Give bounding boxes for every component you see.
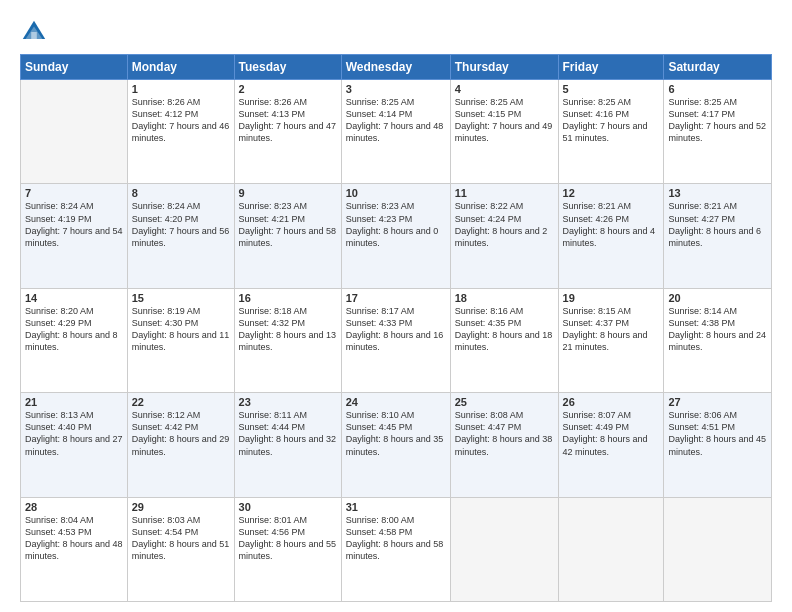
day-cell: [664, 497, 772, 601]
page: SundayMondayTuesdayWednesdayThursdayFrid…: [0, 0, 792, 612]
day-info: Sunrise: 8:12 AMSunset: 4:42 PMDaylight:…: [132, 409, 230, 458]
day-cell: 9Sunrise: 8:23 AMSunset: 4:21 PMDaylight…: [234, 184, 341, 288]
day-number: 30: [239, 501, 337, 513]
day-info: Sunrise: 8:17 AMSunset: 4:33 PMDaylight:…: [346, 305, 446, 354]
day-info: Sunrise: 8:25 AMSunset: 4:14 PMDaylight:…: [346, 96, 446, 145]
day-number: 24: [346, 396, 446, 408]
day-cell: 12Sunrise: 8:21 AMSunset: 4:26 PMDayligh…: [558, 184, 664, 288]
day-number: 21: [25, 396, 123, 408]
header-cell-wednesday: Wednesday: [341, 55, 450, 80]
header-row: SundayMondayTuesdayWednesdayThursdayFrid…: [21, 55, 772, 80]
day-number: 23: [239, 396, 337, 408]
day-number: 10: [346, 187, 446, 199]
day-number: 13: [668, 187, 767, 199]
day-cell: 20Sunrise: 8:14 AMSunset: 4:38 PMDayligh…: [664, 288, 772, 392]
header-cell-friday: Friday: [558, 55, 664, 80]
day-info: Sunrise: 8:01 AMSunset: 4:56 PMDaylight:…: [239, 514, 337, 563]
day-number: 15: [132, 292, 230, 304]
day-cell: 25Sunrise: 8:08 AMSunset: 4:47 PMDayligh…: [450, 393, 558, 497]
day-info: Sunrise: 8:14 AMSunset: 4:38 PMDaylight:…: [668, 305, 767, 354]
day-number: 28: [25, 501, 123, 513]
day-number: 25: [455, 396, 554, 408]
day-info: Sunrise: 8:21 AMSunset: 4:26 PMDaylight:…: [563, 200, 660, 249]
day-number: 12: [563, 187, 660, 199]
day-number: 3: [346, 83, 446, 95]
day-cell: 17Sunrise: 8:17 AMSunset: 4:33 PMDayligh…: [341, 288, 450, 392]
day-number: 18: [455, 292, 554, 304]
day-info: Sunrise: 8:25 AMSunset: 4:17 PMDaylight:…: [668, 96, 767, 145]
day-info: Sunrise: 8:20 AMSunset: 4:29 PMDaylight:…: [25, 305, 123, 354]
day-cell: 27Sunrise: 8:06 AMSunset: 4:51 PMDayligh…: [664, 393, 772, 497]
logo-icon: [20, 18, 48, 46]
week-row-3: 14Sunrise: 8:20 AMSunset: 4:29 PMDayligh…: [21, 288, 772, 392]
week-row-2: 7Sunrise: 8:24 AMSunset: 4:19 PMDaylight…: [21, 184, 772, 288]
day-number: 20: [668, 292, 767, 304]
day-cell: 19Sunrise: 8:15 AMSunset: 4:37 PMDayligh…: [558, 288, 664, 392]
day-number: 26: [563, 396, 660, 408]
day-number: 31: [346, 501, 446, 513]
day-number: 16: [239, 292, 337, 304]
day-cell: 23Sunrise: 8:11 AMSunset: 4:44 PMDayligh…: [234, 393, 341, 497]
day-info: Sunrise: 8:22 AMSunset: 4:24 PMDaylight:…: [455, 200, 554, 249]
day-cell: [21, 80, 128, 184]
day-cell: [450, 497, 558, 601]
header-cell-thursday: Thursday: [450, 55, 558, 80]
day-number: 4: [455, 83, 554, 95]
day-info: Sunrise: 8:11 AMSunset: 4:44 PMDaylight:…: [239, 409, 337, 458]
day-cell: 15Sunrise: 8:19 AMSunset: 4:30 PMDayligh…: [127, 288, 234, 392]
day-cell: 29Sunrise: 8:03 AMSunset: 4:54 PMDayligh…: [127, 497, 234, 601]
day-info: Sunrise: 8:04 AMSunset: 4:53 PMDaylight:…: [25, 514, 123, 563]
day-cell: 16Sunrise: 8:18 AMSunset: 4:32 PMDayligh…: [234, 288, 341, 392]
day-info: Sunrise: 8:23 AMSunset: 4:21 PMDaylight:…: [239, 200, 337, 249]
day-cell: 4Sunrise: 8:25 AMSunset: 4:15 PMDaylight…: [450, 80, 558, 184]
day-cell: 6Sunrise: 8:25 AMSunset: 4:17 PMDaylight…: [664, 80, 772, 184]
week-row-5: 28Sunrise: 8:04 AMSunset: 4:53 PMDayligh…: [21, 497, 772, 601]
day-cell: 18Sunrise: 8:16 AMSunset: 4:35 PMDayligh…: [450, 288, 558, 392]
day-cell: 30Sunrise: 8:01 AMSunset: 4:56 PMDayligh…: [234, 497, 341, 601]
day-info: Sunrise: 8:07 AMSunset: 4:49 PMDaylight:…: [563, 409, 660, 458]
day-number: 9: [239, 187, 337, 199]
day-info: Sunrise: 8:00 AMSunset: 4:58 PMDaylight:…: [346, 514, 446, 563]
day-cell: [558, 497, 664, 601]
day-info: Sunrise: 8:23 AMSunset: 4:23 PMDaylight:…: [346, 200, 446, 249]
day-info: Sunrise: 8:18 AMSunset: 4:32 PMDaylight:…: [239, 305, 337, 354]
day-info: Sunrise: 8:26 AMSunset: 4:12 PMDaylight:…: [132, 96, 230, 145]
logo: [20, 18, 50, 46]
day-info: Sunrise: 8:25 AMSunset: 4:16 PMDaylight:…: [563, 96, 660, 145]
header-cell-saturday: Saturday: [664, 55, 772, 80]
day-cell: 31Sunrise: 8:00 AMSunset: 4:58 PMDayligh…: [341, 497, 450, 601]
day-number: 29: [132, 501, 230, 513]
day-number: 7: [25, 187, 123, 199]
svg-rect-2: [31, 32, 37, 39]
header-cell-monday: Monday: [127, 55, 234, 80]
day-number: 6: [668, 83, 767, 95]
day-number: 11: [455, 187, 554, 199]
day-cell: 3Sunrise: 8:25 AMSunset: 4:14 PMDaylight…: [341, 80, 450, 184]
day-cell: 1Sunrise: 8:26 AMSunset: 4:12 PMDaylight…: [127, 80, 234, 184]
day-info: Sunrise: 8:03 AMSunset: 4:54 PMDaylight:…: [132, 514, 230, 563]
day-number: 17: [346, 292, 446, 304]
day-cell: 24Sunrise: 8:10 AMSunset: 4:45 PMDayligh…: [341, 393, 450, 497]
day-number: 27: [668, 396, 767, 408]
day-cell: 28Sunrise: 8:04 AMSunset: 4:53 PMDayligh…: [21, 497, 128, 601]
week-row-1: 1Sunrise: 8:26 AMSunset: 4:12 PMDaylight…: [21, 80, 772, 184]
day-number: 19: [563, 292, 660, 304]
header-cell-tuesday: Tuesday: [234, 55, 341, 80]
day-info: Sunrise: 8:21 AMSunset: 4:27 PMDaylight:…: [668, 200, 767, 249]
day-cell: 8Sunrise: 8:24 AMSunset: 4:20 PMDaylight…: [127, 184, 234, 288]
day-cell: 14Sunrise: 8:20 AMSunset: 4:29 PMDayligh…: [21, 288, 128, 392]
day-number: 8: [132, 187, 230, 199]
day-info: Sunrise: 8:26 AMSunset: 4:13 PMDaylight:…: [239, 96, 337, 145]
day-info: Sunrise: 8:08 AMSunset: 4:47 PMDaylight:…: [455, 409, 554, 458]
week-row-4: 21Sunrise: 8:13 AMSunset: 4:40 PMDayligh…: [21, 393, 772, 497]
header-cell-sunday: Sunday: [21, 55, 128, 80]
day-info: Sunrise: 8:24 AMSunset: 4:19 PMDaylight:…: [25, 200, 123, 249]
day-cell: 26Sunrise: 8:07 AMSunset: 4:49 PMDayligh…: [558, 393, 664, 497]
day-info: Sunrise: 8:16 AMSunset: 4:35 PMDaylight:…: [455, 305, 554, 354]
day-number: 5: [563, 83, 660, 95]
day-cell: 21Sunrise: 8:13 AMSunset: 4:40 PMDayligh…: [21, 393, 128, 497]
day-info: Sunrise: 8:13 AMSunset: 4:40 PMDaylight:…: [25, 409, 123, 458]
day-number: 1: [132, 83, 230, 95]
day-cell: 13Sunrise: 8:21 AMSunset: 4:27 PMDayligh…: [664, 184, 772, 288]
day-cell: 7Sunrise: 8:24 AMSunset: 4:19 PMDaylight…: [21, 184, 128, 288]
